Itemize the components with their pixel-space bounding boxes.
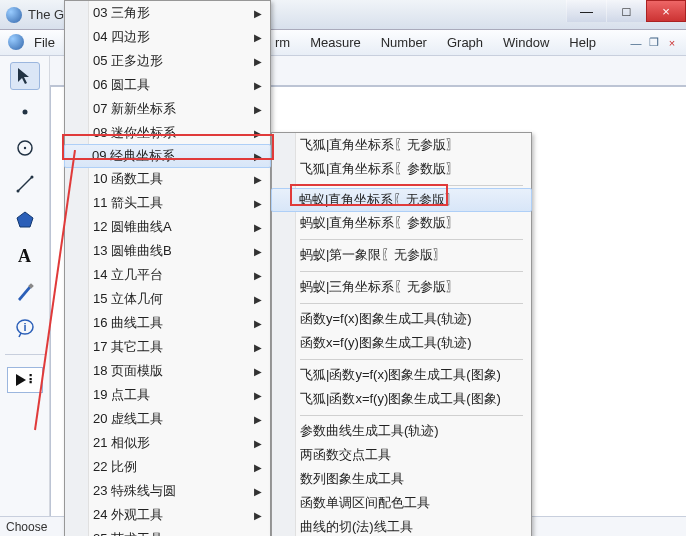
submenu-item[interactable]: 函数y=f(x)图象生成工具(轨迹): [272, 307, 531, 331]
menu-separator: [272, 299, 531, 307]
menu-item-label: 06 圆工具: [93, 76, 150, 94]
menu-help[interactable]: Help: [559, 30, 606, 56]
menu-item[interactable]: 12 圆锥曲线A▶: [65, 215, 270, 239]
svg-point-5: [30, 176, 33, 179]
info-tool[interactable]: i: [10, 314, 40, 342]
separator: [5, 354, 45, 355]
submenu-item-label: 曲线的切(法)线工具: [300, 518, 413, 536]
minimize-doc-icon[interactable]: —: [628, 35, 644, 51]
submenu-item[interactable]: 参数曲线生成工具(轨迹): [272, 419, 531, 443]
menu-item[interactable]: 25 艺术工具▶: [65, 527, 270, 536]
menu-item[interactable]: 20 虚线工具▶: [65, 407, 270, 431]
menu-item[interactable]: 08 迷你坐标系▶: [65, 121, 270, 145]
menu-item-label: 10 函数工具: [93, 170, 163, 188]
menu-separator: [272, 411, 531, 419]
menu-item[interactable]: 13 圆锥曲线B▶: [65, 239, 270, 263]
maximize-button[interactable]: □: [606, 0, 646, 22]
submenu-item-label: 函数x=f(y)图象生成工具(轨迹): [300, 334, 472, 352]
submenu-item[interactable]: 飞狐|直角坐标系〖无参版〗: [272, 133, 531, 157]
menu-item[interactable]: 23 特殊线与圆▶: [65, 479, 270, 503]
menu-item-label: 21 相似形: [93, 434, 150, 452]
menu-item-label: 13 圆锥曲线B: [93, 242, 172, 260]
custom-tool[interactable]: ⠇: [7, 367, 43, 393]
submenu-item[interactable]: 数列图象生成工具: [272, 467, 531, 491]
submenu-item[interactable]: 蚂蚁|直角坐标系〖参数版〗: [272, 211, 531, 235]
menu-item[interactable]: 15 立体几何▶: [65, 287, 270, 311]
menu-item[interactable]: 24 外观工具▶: [65, 503, 270, 527]
submenu-arrow-icon: ▶: [254, 8, 262, 19]
submenu-item[interactable]: 函数x=f(y)图象生成工具(轨迹): [272, 331, 531, 355]
menu-item-label: 24 外观工具: [93, 506, 163, 524]
menu-graph[interactable]: Graph: [437, 30, 493, 56]
close-button[interactable]: ×: [646, 0, 686, 22]
menu-item[interactable]: 10 函数工具▶: [65, 167, 270, 191]
submenu-arrow-icon: ▶: [254, 222, 262, 233]
menu-separator: [272, 355, 531, 363]
menu-item-label: 11 箭头工具: [93, 194, 163, 212]
window-title: The G: [28, 7, 64, 22]
menu-item[interactable]: 03 三角形▶: [65, 1, 270, 25]
submenu-item-label: 数列图象生成工具: [300, 470, 404, 488]
submenu-item[interactable]: 蚂蚁|三角坐标系〖无参版〗: [272, 275, 531, 299]
submenu-item[interactable]: 函数单调区间配色工具: [272, 491, 531, 515]
menu-item[interactable]: 05 正多边形▶: [65, 49, 270, 73]
submenu-arrow-icon: ▶: [254, 462, 262, 473]
submenu-arrow-icon: ▶: [254, 80, 262, 91]
pen-tool[interactable]: [10, 278, 40, 306]
line-tool[interactable]: [10, 170, 40, 198]
minimize-button[interactable]: —: [566, 0, 606, 22]
menu-item-label: 12 圆锥曲线A: [93, 218, 172, 236]
submenu-arrow-icon: ▶: [254, 246, 262, 257]
text-tool[interactable]: A: [10, 242, 40, 270]
submenu-item[interactable]: 两函数交点工具: [272, 443, 531, 467]
circle-tool[interactable]: [10, 134, 40, 162]
submenu-item-label: 飞狐|直角坐标系〖无参版〗: [300, 136, 459, 154]
svg-marker-6: [17, 212, 33, 227]
submenu-arrow-icon: ▶: [254, 486, 262, 497]
menu-item[interactable]: 16 曲线工具▶: [65, 311, 270, 335]
menu-item[interactable]: 04 四边形▶: [65, 25, 270, 49]
menu-item[interactable]: 06 圆工具▶: [65, 73, 270, 97]
menu-separator: [272, 267, 531, 275]
close-doc-icon[interactable]: ×: [664, 35, 680, 51]
submenu-arrow-icon: ▶: [254, 510, 262, 521]
submenu-arrow-icon: ▶: [254, 56, 262, 67]
polygon-tool[interactable]: [10, 206, 40, 234]
menu-item[interactable]: 18 页面模版▶: [65, 359, 270, 383]
svg-point-0: [22, 110, 27, 115]
menu-item[interactable]: 11 箭头工具▶: [65, 191, 270, 215]
custom-tool-menu: 03 三角形▶04 四边形▶05 正多边形▶06 圆工具▶07 新新坐标系▶08…: [64, 0, 271, 536]
submenu-arrow-icon: ▶: [254, 128, 262, 139]
submenu-item[interactable]: 飞狐|直角坐标系〖参数版〗: [272, 157, 531, 181]
menu-window[interactable]: Window: [493, 30, 559, 56]
coord-submenu: 飞狐|直角坐标系〖无参版〗飞狐|直角坐标系〖参数版〗蚂蚁|直角坐标系〖无参版〗蚂…: [271, 132, 532, 536]
point-tool[interactable]: [10, 98, 40, 126]
submenu-arrow-icon: ▶: [254, 198, 262, 209]
menu-file[interactable]: File: [24, 30, 65, 56]
submenu-item[interactable]: 飞狐|函数x=f(y)图象生成工具(图象): [272, 387, 531, 411]
menu-item-label: 08 迷你坐标系: [93, 124, 176, 142]
menu-item[interactable]: 21 相似形▶: [65, 431, 270, 455]
menu-item[interactable]: 07 新新坐标系▶: [65, 97, 270, 121]
menu-item-label: 19 点工具: [93, 386, 150, 404]
menu-item[interactable]: 17 其它工具▶: [65, 335, 270, 359]
submenu-item[interactable]: 飞狐|函数y=f(x)图象生成工具(图象): [272, 363, 531, 387]
menu-item[interactable]: 19 点工具▶: [65, 383, 270, 407]
menu-item-label: 09 经典坐标系: [92, 147, 175, 165]
submenu-item-label: 飞狐|函数y=f(x)图象生成工具(图象): [300, 366, 501, 384]
submenu-item[interactable]: 曲线的切(法)线工具: [272, 515, 531, 536]
menu-item-label: 03 三角形: [93, 4, 150, 22]
arrow-tool[interactable]: [10, 62, 40, 90]
menu-item[interactable]: 14 立几平台▶: [65, 263, 270, 287]
menu-item[interactable]: 09 经典坐标系▶: [64, 144, 271, 168]
svg-point-2: [23, 147, 25, 149]
restore-doc-icon[interactable]: ❐: [646, 35, 662, 51]
menu-number[interactable]: Number: [371, 30, 437, 56]
submenu-item[interactable]: 蚂蚁|直角坐标系〖无参版〗: [271, 188, 532, 212]
submenu-item[interactable]: 蚂蚁|第一象限〖无参版〗: [272, 243, 531, 267]
menu-measure[interactable]: Measure: [300, 30, 371, 56]
menu-item-label: 05 正多边形: [93, 52, 163, 70]
submenu-item-label: 飞狐|函数x=f(y)图象生成工具(图象): [300, 390, 501, 408]
menu-item[interactable]: 22 比例▶: [65, 455, 270, 479]
menu-item-label: 07 新新坐标系: [93, 100, 176, 118]
